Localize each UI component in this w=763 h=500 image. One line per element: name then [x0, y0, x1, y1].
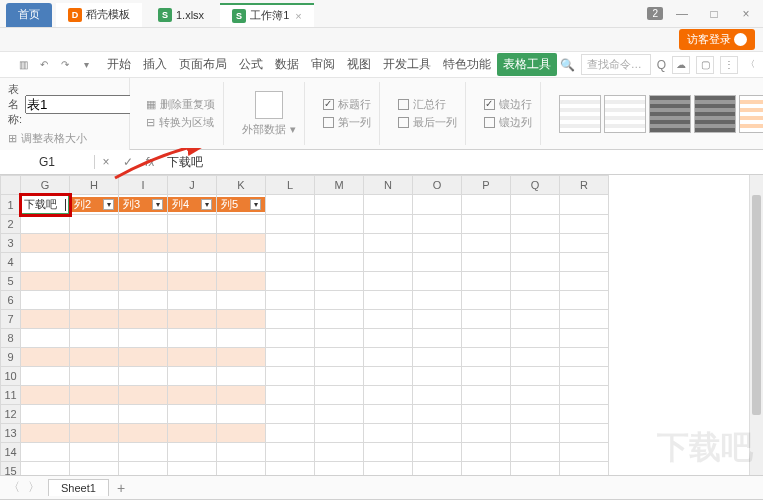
cell[interactable] [168, 443, 217, 462]
cell[interactable] [217, 367, 266, 386]
cell[interactable] [70, 367, 119, 386]
cell[interactable] [315, 310, 364, 329]
cell[interactable] [168, 310, 217, 329]
cell[interactable] [413, 234, 462, 253]
cell[interactable] [413, 443, 462, 462]
cell[interactable] [413, 310, 462, 329]
cell[interactable] [70, 253, 119, 272]
close-icon[interactable]: × [295, 10, 301, 22]
cell[interactable] [315, 462, 364, 476]
menu-item-1[interactable]: 插入 [137, 53, 173, 76]
col-header[interactable]: N [364, 176, 413, 195]
cell[interactable] [413, 291, 462, 310]
row-header[interactable]: 14 [1, 443, 21, 462]
cell[interactable] [413, 195, 462, 215]
cell[interactable] [21, 272, 70, 291]
cell[interactable] [511, 272, 560, 291]
maximize-icon[interactable]: □ [701, 5, 727, 23]
cell[interactable] [119, 291, 168, 310]
cell[interactable] [266, 386, 315, 405]
banded-col-check[interactable]: 镶边列 [484, 115, 532, 130]
cell[interactable] [266, 462, 315, 476]
resize-table-button[interactable]: ⊞ 调整表格大小 [8, 131, 121, 146]
col-header[interactable]: P [462, 176, 511, 195]
external-data-icon[interactable] [255, 91, 283, 119]
cell[interactable] [511, 348, 560, 367]
cell[interactable] [511, 462, 560, 476]
box-icon[interactable]: ▢ [696, 56, 714, 74]
row-header[interactable]: 10 [1, 367, 21, 386]
row-header[interactable]: 11 [1, 386, 21, 405]
cell[interactable] [511, 291, 560, 310]
cell[interactable] [21, 253, 70, 272]
menu-item-6[interactable]: 视图 [341, 53, 377, 76]
cell[interactable] [217, 310, 266, 329]
style-preview-4[interactable] [694, 95, 736, 133]
table-style-gallery[interactable] [559, 95, 763, 133]
cell[interactable] [462, 367, 511, 386]
menu-item-2[interactable]: 页面布局 [173, 53, 233, 76]
cell[interactable] [217, 348, 266, 367]
cell[interactable] [315, 348, 364, 367]
cell[interactable] [266, 310, 315, 329]
cell[interactable] [511, 424, 560, 443]
cell[interactable] [119, 272, 168, 291]
cell[interactable]: 列2▾ [70, 195, 119, 215]
cell[interactable] [119, 234, 168, 253]
cell[interactable] [560, 329, 609, 348]
cell[interactable] [560, 443, 609, 462]
cell[interactable] [413, 272, 462, 291]
row-header[interactable]: 13 [1, 424, 21, 443]
cell[interactable] [413, 424, 462, 443]
cell[interactable] [168, 462, 217, 476]
dropdown-icon[interactable]: ▾ [77, 56, 95, 74]
cell[interactable] [560, 310, 609, 329]
row-header[interactable]: 15 [1, 462, 21, 476]
cell[interactable] [511, 215, 560, 234]
menu-icon[interactable]: ⋮ [720, 56, 738, 74]
cell[interactable] [21, 386, 70, 405]
menu-item-8[interactable]: 特色功能 [437, 53, 497, 76]
cell[interactable] [560, 424, 609, 443]
cell[interactable] [70, 272, 119, 291]
cell[interactable] [70, 310, 119, 329]
cell[interactable] [511, 329, 560, 348]
row-header[interactable]: 2 [1, 215, 21, 234]
q-icon[interactable]: Q [657, 58, 666, 72]
cell[interactable] [560, 367, 609, 386]
cell[interactable] [462, 310, 511, 329]
cancel-icon[interactable]: × [95, 155, 117, 169]
cell[interactable] [462, 462, 511, 476]
cell[interactable] [315, 405, 364, 424]
col-header[interactable]: O [413, 176, 462, 195]
row-header[interactable]: 3 [1, 234, 21, 253]
tab-file-1[interactable]: S1.xlsx [146, 3, 216, 27]
cell[interactable] [70, 234, 119, 253]
cell[interactable] [266, 424, 315, 443]
col-header[interactable]: M [315, 176, 364, 195]
cell[interactable] [119, 462, 168, 476]
menu-item-3[interactable]: 公式 [233, 53, 269, 76]
row-header[interactable]: 6 [1, 291, 21, 310]
grid-icon[interactable]: ▥ [14, 56, 32, 74]
cell[interactable] [560, 234, 609, 253]
cell[interactable] [21, 310, 70, 329]
cell[interactable] [364, 462, 413, 476]
menu-item-0[interactable]: 开始 [101, 53, 137, 76]
col-header[interactable]: H [70, 176, 119, 195]
cell[interactable] [168, 424, 217, 443]
cell[interactable] [266, 253, 315, 272]
cell[interactable] [364, 329, 413, 348]
cell[interactable] [315, 215, 364, 234]
cell[interactable] [70, 291, 119, 310]
search-icon[interactable]: 🔍 [560, 58, 575, 72]
cell[interactable] [70, 215, 119, 234]
cell[interactable]: 下载吧 [21, 195, 70, 215]
menu-item-5[interactable]: 审阅 [305, 53, 341, 76]
cell[interactable] [315, 386, 364, 405]
cell[interactable] [21, 291, 70, 310]
cell[interactable] [511, 367, 560, 386]
cell[interactable] [462, 272, 511, 291]
cell[interactable] [168, 348, 217, 367]
cell[interactable] [119, 310, 168, 329]
